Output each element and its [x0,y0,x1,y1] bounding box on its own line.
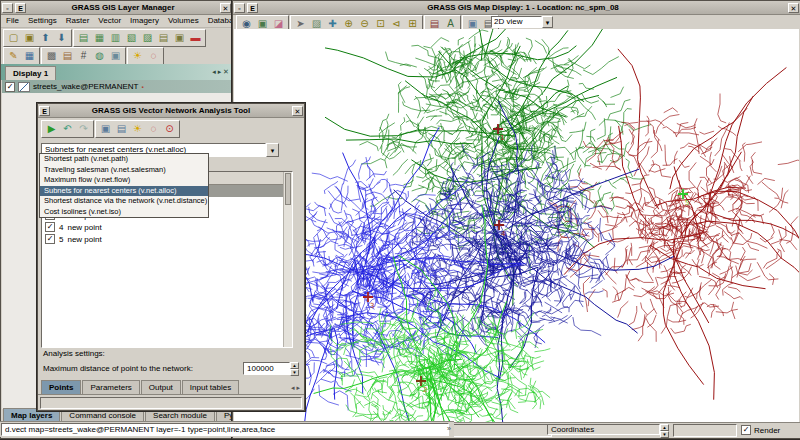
statusbar-mode-combobox[interactable]: Coordinates ▲▼ [547,424,669,435]
center-label: 2 [423,386,427,394]
point-cat: 5 [59,235,63,244]
app-icon: E [247,3,258,13]
add-command-layer-icon[interactable]: ▤ [156,31,171,45]
layer-row-streets-wake[interactable]: ✓ streets_wake@PERMANENT ▪ [2,80,231,93]
scrollbar-thumb[interactable] [285,173,291,205]
render-toggle[interactable]: ✓ Render [741,425,780,435]
max-distance-value: 100000 [243,362,290,375]
dropdown-item-1[interactable]: Shortest path (v.net.path) [40,154,208,165]
raster-calculator-icon[interactable]: ▩ [44,49,59,63]
points-list-scrollbar[interactable] [283,172,292,347]
tab-display-1[interactable]: Display 1 [5,66,56,80]
layer-checkbox[interactable]: ✓ [5,82,15,92]
render-checkbox[interactable]: ✓ [741,425,751,435]
map-canvas[interactable]: 12345 [234,29,799,422]
attribute-table-icon[interactable]: ▦ [22,49,37,63]
insert-point-icon[interactable]: ▤ [114,122,129,136]
view-mode-combobox[interactable]: 2D view ▾ [491,16,553,28]
prompt-overflow-icon[interactable]: » [447,425,451,432]
help-icon[interactable]: ◌ [146,49,161,63]
window-shade-icon[interactable]: ▫ [2,3,13,13]
add-group-icon[interactable]: ▣ [172,31,187,45]
dropdown-item-4[interactable]: Subnets for nearest centers (v.net.alloc… [40,186,208,197]
dialog-title: GRASS GIS Vector Network Analysis Tool [51,106,291,115]
chevron-down-icon[interactable]: ▾ [542,16,553,28]
view-mode-value: 2D view [491,16,542,28]
max-distance-spinbox[interactable]: 100000 ▲▼ [243,362,299,375]
command-prompt-input[interactable]: d.vect map=streets_wake@PERMANENT layer=… [1,423,449,436]
close-icon[interactable]: ✕ [788,3,799,13]
add-raster-map-icon[interactable]: ▥ [108,31,123,45]
edit-vector-icon[interactable]: ✎ [6,49,21,63]
tab-parameters[interactable]: Parameters [82,380,139,394]
menu-imagery[interactable]: Imagery [130,16,159,25]
desktop: ▫ E GRASS GIS Layer Manager ✕ FileSettin… [0,0,800,440]
new-display-icon[interactable]: ▣ [108,49,123,63]
load-workspace-icon[interactable]: ⬆ [38,31,53,45]
open-workspace-icon[interactable]: ▣ [22,31,37,45]
tab-scroll-arrows-icon[interactable]: ◂ ▸ [291,384,300,392]
add-vector-layer-icon[interactable]: ▧ [124,31,139,45]
point-row-5[interactable]: ✓5new point [42,233,292,245]
street-network-map[interactable]: 12345 [234,29,799,422]
close-icon[interactable]: ✕ [292,106,303,116]
menu-volumes[interactable]: Volumes [168,16,199,25]
dropdown-item-6[interactable]: Cost isolines (v.net.iso) [40,207,208,218]
subnet-darkred-east [549,94,800,342]
new-workspace-icon[interactable]: ▢ [6,31,21,45]
redo-icon[interactable]: ↷ [76,122,91,136]
layer-manager-title: GRASS GIS Layer Manager [27,3,219,12]
histogram-icon[interactable]: ▤ [60,49,75,63]
help-icon[interactable]: ◌ [146,122,161,136]
toolbar-group: ☀◌ [127,47,164,65]
menu-raster[interactable]: Raster [66,16,90,25]
window-shade-icon[interactable]: ▫ [234,3,245,13]
dropdown-item-5[interactable]: Shortest distance via the network (v.net… [40,196,208,207]
tab-output[interactable]: Output [141,380,181,394]
point-row-4[interactable]: ✓4new point [42,221,292,233]
subnet-darkred-east-major-roads [564,49,799,400]
toolbar-group: ▢▣⬆⬇ [3,29,72,47]
run-analysis-icon[interactable]: ▶ [44,122,59,136]
dialog-titlebar: E GRASS GIS Vector Network Analysis Tool… [38,104,304,118]
grid-icon[interactable]: # [76,49,91,63]
tab-points[interactable]: Points [41,380,81,394]
point-checkbox[interactable]: ✓ [45,234,55,244]
toolbar-group: ✎▦ [3,47,40,65]
layer-manager-menubar: FileSettingsRasterVectorImageryVolumesDa… [1,14,232,28]
tab-nav-arrows-icon[interactable]: ◂ ▸ ✕ [212,68,229,76]
add-multiple-layers-icon[interactable]: ▤ [76,31,91,45]
chevron-down-icon[interactable]: ▾ [266,143,279,157]
tab-input-tables[interactable]: Input tables [182,380,239,394]
add-vector-map-icon[interactable]: ▨ [140,31,155,45]
dropdown-item-2[interactable]: Traveling salesman (v.net.salesman) [40,165,208,176]
subnet-navy-center-major-roads [394,101,674,422]
analysis-settings-label: Analysis settings: [43,349,105,358]
subnet-navy-center [397,144,623,348]
save-workspace-icon[interactable]: ⬇ [54,31,69,45]
vector-layer-icon [18,82,30,92]
layer-badge-icon: ▪ [141,84,143,90]
toolbar-group: ▶↶↷ [41,120,94,138]
undo-icon[interactable]: ↶ [60,122,75,136]
settings-icon[interactable]: ☀ [130,49,145,63]
globe-3d-icon[interactable]: ◍ [92,49,107,63]
layer-manager-toolbar-row2: ✎▦▩▤#◍▣☀◌ [3,47,164,65]
point-checkbox[interactable]: ✓ [45,222,55,232]
analysis-settings-icon[interactable]: ☀ [130,122,145,136]
command-prompt-bar: d.vect map=streets_wake@PERMANENT layer=… [0,421,454,437]
menu-settings[interactable]: Settings [28,16,57,25]
center-label: 1 [500,134,504,142]
map-display-title: GRASS GIS Map Display: 1 - Location: nc_… [259,3,787,12]
menu-vector[interactable]: Vector [98,16,121,25]
dropdown-item-3[interactable]: Maximum flow (v.net.flow) [40,175,208,186]
menu-file[interactable]: File [6,16,19,25]
close-icon[interactable]: ✕ [220,3,231,13]
delete-layer-icon[interactable]: ▬ [188,31,203,45]
quit-icon[interactable]: ⊙ [162,122,177,136]
point-type: new point [67,235,101,244]
show-result-icon[interactable]: ▣ [98,122,113,136]
add-raster-layer-icon[interactable]: ▦ [92,31,107,45]
statusbar-mode-spinner[interactable]: ▲▼ [660,424,669,436]
max-distance-spinner[interactable]: ▲▼ [290,362,299,374]
